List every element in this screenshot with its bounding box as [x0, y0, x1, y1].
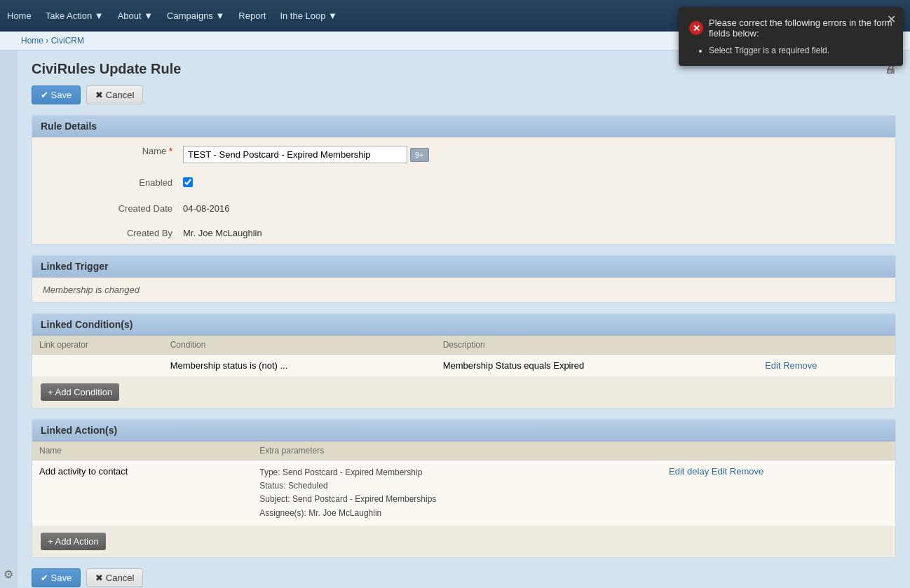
add-condition-row: + Add Condition [32, 376, 895, 408]
cancel-button-top[interactable]: ✖ Cancel [86, 86, 143, 104]
enabled-row: Enabled [32, 169, 895, 195]
cancel-button-bottom[interactable]: ✖ Cancel [86, 568, 143, 587]
col-description: Description [436, 336, 758, 355]
bottom-action-buttons: ✔ Save ✖ Cancel [32, 568, 896, 587]
nav-about[interactable]: About ▼ [118, 11, 153, 21]
condition-edit-link[interactable]: Edit [765, 360, 780, 371]
add-action-row: + Add Action [32, 526, 895, 557]
action-row: Add activity to contact Type: Send Postc… [32, 460, 895, 526]
name-row: Name * 9+ [32, 137, 895, 169]
linked-trigger-header: Linked Trigger [32, 256, 895, 278]
linked-actions-panel: Linked Action(s) Name Extra parameters A… [32, 419, 896, 558]
name-input-wrapper: 9+ [183, 146, 885, 163]
trigger-text: Membership is changed [43, 285, 140, 295]
error-list: Select Trigger is a required field. [709, 46, 892, 55]
condition-link-operator [32, 355, 163, 377]
created-by-row: Created By Mr. Joe McLaughlin [32, 219, 895, 244]
created-date-value: 04-08-2016 [183, 200, 885, 214]
nav-campaigns[interactable]: Campaigns ▼ [167, 11, 224, 21]
extra-assignee: Assignee(s): Mr. Joe McLaughlin [259, 507, 655, 520]
page-layout: CiviRules Update Rule 🖨 ✔ Save ✖ Cancel … [0, 50, 910, 588]
nav-items: Home Take Action ▼ About ▼ Campaigns ▼ R… [7, 11, 337, 21]
col-extra-params: Extra parameters [252, 442, 662, 460]
conditions-table-body: Membership status is (not) ... Membershi… [32, 355, 895, 377]
error-message: Please correct the following errors in t… [709, 18, 892, 39]
extra-status: Status: Scheduled [259, 479, 655, 493]
extra-subject: Subject: Send Postcard - Expired Members… [259, 493, 655, 506]
trigger-body: Membership is changed [32, 278, 895, 302]
condition-actions: Edit Remove [758, 355, 895, 377]
created-date-label: Created Date [43, 200, 183, 214]
enabled-checkbox[interactable] [183, 177, 193, 187]
nav-report[interactable]: Report [238, 11, 266, 21]
nav-home[interactable]: Home [7, 11, 32, 21]
conditions-table: Link operator Condition Description Memb… [32, 336, 895, 376]
extra-type: Type: Send Postcard - Expired Membership [259, 466, 655, 479]
rule-details-panel: Rule Details Name * 9+ [32, 115, 896, 245]
error-notification: ✕ ✕ Please correct the following errors … [679, 7, 903, 66]
breadcrumb-home[interactable]: Home [21, 36, 43, 46]
rule-details-header: Rule Details [32, 116, 895, 137]
settings-gear-icon[interactable]: ⚙ [4, 568, 13, 581]
extra-params-container: Type: Send Postcard - Expired Membership… [259, 466, 655, 520]
col-actions [758, 336, 895, 355]
linked-conditions-panel: Linked Condition(s) Link operator Condit… [32, 313, 896, 409]
actions-table: Name Extra parameters Add activity to co… [32, 442, 895, 526]
breadcrumb-separator: › [46, 36, 48, 46]
created-by-value: Mr. Joe McLaughlin [183, 225, 885, 238]
page-title: CiviRules Update Rule [32, 61, 181, 77]
rule-details-body: Name * 9+ Enabled [32, 137, 895, 244]
save-button-bottom[interactable]: ✔ Save [32, 568, 81, 587]
action-edit-delay-link[interactable]: Edit delay [669, 466, 709, 477]
action-name: Add activity to contact [32, 460, 252, 526]
linked-conditions-body: Link operator Condition Description Memb… [32, 336, 895, 408]
action-controls: Edit delay Edit Remove [662, 460, 895, 526]
add-condition-button[interactable]: + Add Condition [41, 383, 119, 401]
condition-remove-link[interactable]: Remove [783, 360, 817, 371]
actions-header-row: Name Extra parameters [32, 442, 895, 460]
error-item: Select Trigger is a required field. [709, 46, 892, 55]
created-date-row: Created Date 04-08-2016 [32, 195, 895, 219]
action-remove-link[interactable]: Remove [730, 466, 763, 477]
top-action-buttons: ✔ Save ✖ Cancel [32, 86, 896, 104]
breadcrumb-section[interactable]: CiviCRM [51, 36, 84, 46]
col-condition: Condition [163, 336, 436, 355]
enabled-label: Enabled [43, 175, 183, 189]
condition-row: Membership status is (not) ... Membershi… [32, 355, 895, 377]
save-button-top[interactable]: ✔ Save [32, 86, 81, 104]
name-addon-button[interactable]: 9+ [410, 148, 429, 162]
linked-actions-body: Name Extra parameters Add activity to co… [32, 442, 895, 557]
linked-conditions-header: Linked Condition(s) [32, 314, 895, 336]
col-action-name: Name [32, 442, 252, 460]
linked-actions-header: Linked Action(s) [32, 420, 895, 442]
error-header: ✕ Please correct the following errors in… [689, 18, 892, 39]
nav-in-the-loop[interactable]: In the Loop ▼ [280, 11, 337, 21]
condition-value: Membership status is (not) ... [163, 355, 436, 377]
required-indicator: * [169, 146, 172, 156]
error-icon: ✕ [689, 21, 703, 35]
close-notification-button[interactable]: ✕ [887, 13, 896, 26]
condition-description: Membership Status equals Expired [436, 355, 758, 377]
conditions-header-row: Link operator Condition Description [32, 336, 895, 355]
col-action-controls [662, 442, 895, 460]
name-label: Name * [43, 143, 183, 163]
actions-table-head: Name Extra parameters [32, 442, 895, 460]
actions-table-body: Add activity to contact Type: Send Postc… [32, 460, 895, 526]
enabled-value [183, 175, 885, 189]
add-action-button[interactable]: + Add Action [41, 533, 106, 550]
name-value: 9+ [183, 143, 885, 163]
name-input[interactable] [183, 146, 407, 163]
created-by-label: Created By [43, 225, 183, 238]
sidebar [0, 50, 18, 588]
action-extra-params: Type: Send Postcard - Expired Membership… [252, 460, 662, 526]
action-edit-link[interactable]: Edit [712, 466, 727, 477]
conditions-table-head: Link operator Condition Description [32, 336, 895, 355]
linked-trigger-panel: Linked Trigger Membership is changed [32, 255, 896, 303]
col-link-operator: Link operator [32, 336, 163, 355]
main-content: CiviRules Update Rule 🖨 ✔ Save ✖ Cancel … [18, 50, 910, 588]
nav-take-action[interactable]: Take Action ▼ [46, 11, 104, 21]
